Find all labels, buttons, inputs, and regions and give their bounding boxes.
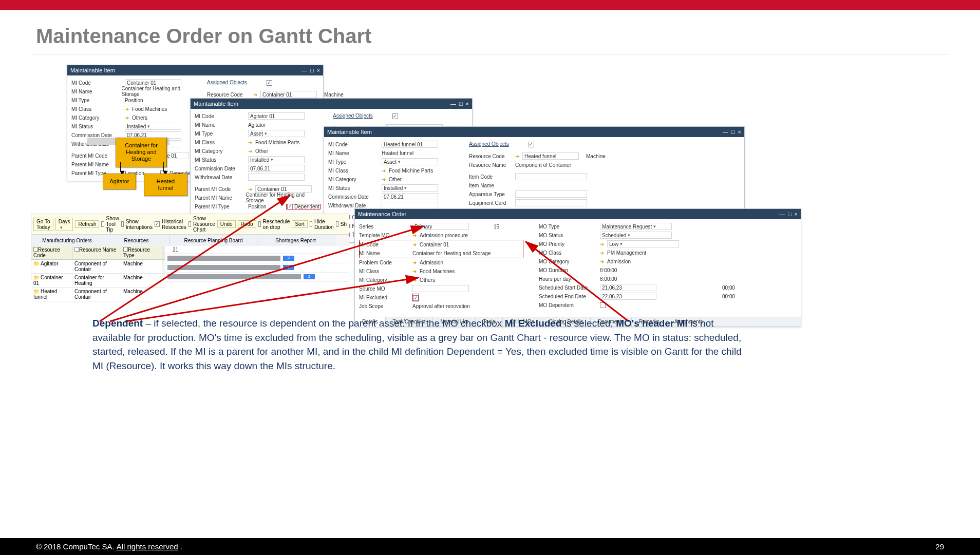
label: MI Code	[71, 80, 123, 86]
mi-code-input[interactable]: Container 01	[125, 79, 181, 86]
tab-resources[interactable]: Resources	[103, 235, 170, 246]
close-icon[interactable]: ×	[317, 67, 320, 73]
window-controls: —□×	[301, 67, 320, 73]
window-title: Maintainable Item	[70, 67, 115, 73]
page-number: 29	[935, 542, 944, 551]
footer: © 2018 CompuTec SA. All rights reserved …	[0, 538, 980, 555]
window-maintenance-order: Maintenance Order—□× SeriesPrimary15 Tem…	[354, 208, 801, 327]
slide-canvas: Maintainable Item —□× MI CodeContainer 0…	[31, 65, 949, 414]
refresh-button[interactable]: Refresh	[75, 220, 99, 228]
assigned-checkbox[interactable]	[267, 80, 272, 86]
tab-resource-planning[interactable]: Resource Planning Board	[170, 235, 257, 246]
divider	[31, 54, 949, 54]
tab-shortages[interactable]: Shortages Report	[257, 235, 334, 246]
dependent-checkbox[interactable]	[287, 204, 293, 209]
gantt-panel: Go To Today Days ▾ Refresh Show Tool Tip…	[31, 214, 349, 280]
maximize-icon[interactable]: □	[310, 67, 314, 73]
description-text: Dependent – if selected, the resource is…	[92, 316, 745, 373]
status-select[interactable]: Installed▾	[125, 123, 181, 130]
tab-manufacturing-orders[interactable]: Manufacturing Orders	[31, 235, 103, 246]
titlebar: Maintainable Item —□×	[67, 65, 323, 75]
gantt-row[interactable]: 📁Container 01Container for HeatingMachin…	[31, 274, 165, 288]
gantt-toolbar: Go To Today Days ▾ Refresh Show Tool Tip…	[31, 214, 349, 235]
link-arrow-icon[interactable]: ➜	[125, 106, 129, 112]
diagram-parent-box: Container for Heating and Storage	[116, 138, 167, 167]
gantt-row[interactable]: 📁Heated funnelComponent of ContairMachin…	[31, 288, 165, 301]
header-red-bar	[0, 0, 980, 10]
go-today-button[interactable]: Go To Today	[33, 218, 53, 231]
page-title: Maintenance Order on Gantt Chart	[36, 25, 949, 48]
undo-button[interactable]: Undo	[217, 220, 236, 228]
gantt-row[interactable]: 📁AgitatorComponent of ContairMachine	[31, 260, 165, 274]
mi-excluded-checkbox[interactable]	[413, 295, 419, 301]
redo-button[interactable]: Redo	[238, 220, 256, 228]
hierarchy-diagram: Container for Heating and Storage ▼ ▼ Ag…	[67, 138, 185, 189]
minimize-icon[interactable]: —	[301, 67, 307, 73]
diagram-child1: Agitator	[103, 174, 136, 189]
mo-dependent-checkbox[interactable]	[600, 302, 606, 308]
diagram-child2: Heated funnel	[144, 174, 187, 196]
days-select[interactable]: Days ▾	[55, 218, 73, 231]
